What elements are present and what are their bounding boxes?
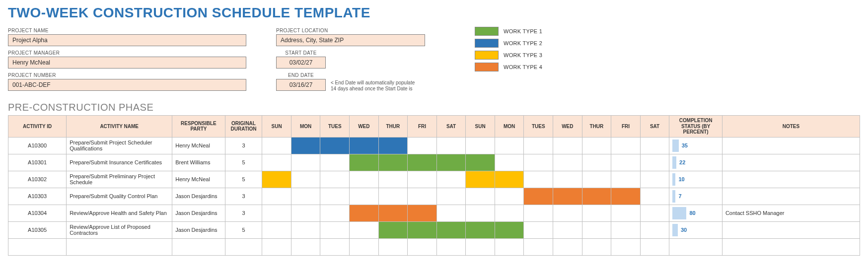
cell-day[interactable] xyxy=(408,154,437,171)
cell-day[interactable] xyxy=(553,188,582,205)
cell-day[interactable] xyxy=(436,221,466,238)
cell-notes[interactable] xyxy=(722,171,860,188)
cell-day[interactable] xyxy=(350,221,379,238)
cell-day[interactable] xyxy=(495,205,524,221)
cell-activity-id[interactable]: A10302 xyxy=(8,171,67,188)
cell-activity-name[interactable]: Prepare/Submit Project Scheduler Qualifi… xyxy=(67,137,172,154)
cell-duration[interactable]: 5 xyxy=(225,154,262,171)
cell-activity-name[interactable]: Review/Approve Health and Safety Plan xyxy=(67,205,172,221)
cell-day[interactable] xyxy=(553,137,582,154)
cell-day[interactable] xyxy=(320,137,350,154)
cell-responsible[interactable]: Brent Williams xyxy=(172,154,225,171)
cell-day[interactable] xyxy=(553,154,582,171)
cell-notes[interactable]: Contact SSHO Manager xyxy=(722,205,860,221)
cell-empty[interactable] xyxy=(8,238,67,255)
cell-day[interactable] xyxy=(291,205,320,221)
cell-day[interactable] xyxy=(582,188,611,205)
cell-day[interactable] xyxy=(640,188,669,205)
cell-day[interactable] xyxy=(350,137,379,154)
cell-completion[interactable]: 10 xyxy=(669,171,723,188)
cell-day[interactable] xyxy=(553,221,582,238)
cell-day[interactable] xyxy=(350,188,379,205)
cell-day[interactable] xyxy=(408,171,437,188)
cell-day[interactable] xyxy=(436,154,466,171)
cell-day[interactable] xyxy=(262,137,291,154)
cell-completion[interactable]: 7 xyxy=(669,188,723,205)
cell-day[interactable] xyxy=(408,137,437,154)
cell-day[interactable] xyxy=(320,205,350,221)
cell-day[interactable] xyxy=(378,154,408,171)
cell-day[interactable] xyxy=(466,171,495,188)
cell-empty[interactable] xyxy=(611,238,641,255)
cell-duration[interactable]: 5 xyxy=(225,171,262,188)
cell-day[interactable] xyxy=(495,154,524,171)
cell-responsible[interactable]: Jason Desjardins xyxy=(172,205,225,221)
cell-day[interactable] xyxy=(291,171,320,188)
cell-duration[interactable]: 3 xyxy=(225,205,262,221)
cell-responsible[interactable]: Jason Desjardins xyxy=(172,188,225,205)
cell-day[interactable] xyxy=(466,188,495,205)
cell-day[interactable] xyxy=(350,154,379,171)
cell-day[interactable] xyxy=(262,171,291,188)
cell-day[interactable] xyxy=(350,171,379,188)
cell-day[interactable] xyxy=(378,188,408,205)
cell-day[interactable] xyxy=(466,154,495,171)
cell-responsible[interactable]: Henry McNeal xyxy=(172,137,225,154)
cell-day[interactable] xyxy=(611,137,641,154)
cell-day[interactable] xyxy=(524,137,553,154)
cell-activity-id[interactable]: A10304 xyxy=(8,205,67,221)
cell-day[interactable] xyxy=(466,137,495,154)
cell-day[interactable] xyxy=(320,188,350,205)
cell-day[interactable] xyxy=(350,205,379,221)
cell-day[interactable] xyxy=(582,137,611,154)
cell-activity-id[interactable]: A10305 xyxy=(8,221,67,238)
cell-completion[interactable]: 30 xyxy=(669,221,723,238)
cell-day[interactable] xyxy=(291,221,320,238)
cell-empty[interactable] xyxy=(722,238,860,255)
cell-completion[interactable]: 80 xyxy=(669,205,723,221)
cell-day[interactable] xyxy=(408,221,437,238)
cell-day[interactable] xyxy=(524,221,553,238)
cell-notes[interactable] xyxy=(722,137,860,154)
cell-day[interactable] xyxy=(466,205,495,221)
cell-day[interactable] xyxy=(495,221,524,238)
cell-day[interactable] xyxy=(262,205,291,221)
cell-day[interactable] xyxy=(553,171,582,188)
cell-empty[interactable] xyxy=(408,238,437,255)
cell-day[interactable] xyxy=(495,171,524,188)
cell-day[interactable] xyxy=(611,221,641,238)
cell-day[interactable] xyxy=(262,221,291,238)
cell-empty[interactable] xyxy=(67,238,172,255)
cell-empty[interactable] xyxy=(378,238,408,255)
cell-day[interactable] xyxy=(524,154,553,171)
end-date-input[interactable]: 03/16/27 xyxy=(276,79,326,91)
cell-day[interactable] xyxy=(611,205,641,221)
cell-day[interactable] xyxy=(582,171,611,188)
cell-completion[interactable]: 35 xyxy=(669,137,723,154)
cell-day[interactable] xyxy=(640,205,669,221)
cell-day[interactable] xyxy=(611,188,641,205)
cell-day[interactable] xyxy=(640,154,669,171)
cell-activity-name[interactable]: Prepare/Submit Preliminary Project Sched… xyxy=(67,171,172,188)
cell-day[interactable] xyxy=(378,205,408,221)
cell-empty[interactable] xyxy=(291,238,320,255)
cell-duration[interactable]: 5 xyxy=(225,221,262,238)
cell-day[interactable] xyxy=(378,137,408,154)
cell-day[interactable] xyxy=(436,171,466,188)
cell-day[interactable] xyxy=(582,154,611,171)
cell-day[interactable] xyxy=(378,221,408,238)
cell-day[interactable] xyxy=(320,171,350,188)
cell-notes[interactable] xyxy=(722,188,860,205)
cell-day[interactable] xyxy=(495,137,524,154)
cell-empty[interactable] xyxy=(225,238,262,255)
cell-notes[interactable] xyxy=(722,221,860,238)
cell-day[interactable] xyxy=(611,171,641,188)
cell-empty[interactable] xyxy=(466,238,495,255)
project-name-input[interactable]: Project Alpha xyxy=(8,34,246,46)
start-date-input[interactable]: 03/02/27 xyxy=(276,57,326,69)
cell-activity-name[interactable]: Prepare/Submit Insurance Certificates xyxy=(67,154,172,171)
cell-activity-name[interactable]: Review/Approve List of Proposed Contract… xyxy=(67,221,172,238)
cell-day[interactable] xyxy=(524,188,553,205)
cell-day[interactable] xyxy=(466,221,495,238)
cell-day[interactable] xyxy=(436,205,466,221)
